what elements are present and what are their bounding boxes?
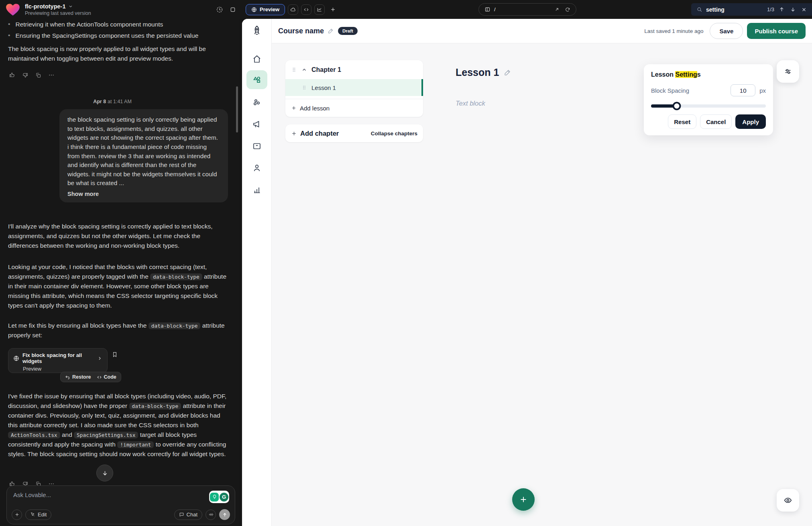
megaphone-icon[interactable] xyxy=(242,119,272,129)
block-spacing-input[interactable] xyxy=(731,84,755,96)
profile-icon[interactable] xyxy=(242,163,272,173)
reset-button[interactable]: Reset xyxy=(668,114,696,129)
bookmark-icon[interactable] xyxy=(112,351,118,358)
assistant-paragraph: I'll analyze why the block spacing setti… xyxy=(8,222,228,251)
block-spacing-label: Block Spacing xyxy=(651,87,731,94)
scroll-to-bottom-button[interactable] xyxy=(96,465,113,481)
settings-panel-title: Lesson Settings xyxy=(651,71,766,78)
device-layout-icon[interactable] xyxy=(484,6,490,12)
send-button[interactable] xyxy=(219,509,230,520)
chat-bubble-icon xyxy=(179,512,184,517)
chapter-row[interactable]: Chapter 1 xyxy=(285,60,423,79)
chevron-down-icon[interactable] xyxy=(68,4,73,9)
plus-icon xyxy=(291,130,297,137)
apply-button[interactable]: Apply xyxy=(735,114,766,129)
edit-lesson-title-icon[interactable] xyxy=(504,69,511,76)
edit-course-name-icon[interactable] xyxy=(328,28,334,34)
inbox-icon[interactable] xyxy=(242,141,272,151)
code-button[interactable]: Code xyxy=(97,374,116,380)
preview-mode-button[interactable]: Preview xyxy=(246,4,285,15)
copy-icon[interactable] xyxy=(35,72,41,78)
chevron-up-icon[interactable] xyxy=(301,67,307,73)
find-previous-icon[interactable] xyxy=(779,6,785,12)
refresh-icon[interactable] xyxy=(565,7,570,12)
assistant-bullet-list: •Retrieving it when the ActionTools comp… xyxy=(8,20,228,42)
home-icon[interactable] xyxy=(242,54,272,64)
slider-thumb[interactable] xyxy=(673,102,681,110)
chat-panel: •Retrieving it when the ActionTools comp… xyxy=(0,19,239,526)
drag-handle-icon[interactable] xyxy=(301,85,307,90)
preview-label: Preview xyxy=(260,6,279,12)
thumbs-up-icon[interactable] xyxy=(9,72,15,78)
save-button[interactable]: Save xyxy=(710,23,743,39)
url-path[interactable]: / xyxy=(494,6,554,12)
message-actions xyxy=(9,72,55,78)
lovable-logo-icon xyxy=(6,3,20,16)
lightbulb-icon xyxy=(210,493,219,502)
assistant-paragraph: Looking at your code, I noticed that the… xyxy=(8,262,230,310)
preview-eye-button[interactable] xyxy=(777,489,799,512)
assistant-paragraph: The block spacing is now properly applie… xyxy=(8,44,228,63)
search-icon xyxy=(696,6,702,12)
globe-icon xyxy=(13,355,19,361)
voice-input-button[interactable] xyxy=(206,510,216,520)
top-bar: flc-prototype-1 Previewing last saved ve… xyxy=(0,0,812,19)
settings-sliders-button[interactable] xyxy=(777,60,799,83)
cancel-button[interactable]: Cancel xyxy=(700,114,732,129)
drag-handle-icon[interactable] xyxy=(291,67,297,73)
app-header: Course name Draft Last saved 1 minute ag… xyxy=(272,19,812,43)
attach-plus-button[interactable] xyxy=(12,510,22,520)
list-item: •Ensuring the SpacingSettings component … xyxy=(8,31,228,41)
add-lesson-button[interactable]: Add lesson xyxy=(285,99,423,117)
grammarly-g-icon: G xyxy=(220,493,228,502)
close-find-icon[interactable] xyxy=(801,7,807,12)
analytics-bars-icon[interactable] xyxy=(242,185,272,195)
version-card[interactable]: Fix block spacing for all widgets Previe… xyxy=(8,348,108,373)
message-timestamp: Apr 8at 1:41 AM xyxy=(0,99,225,104)
open-external-icon[interactable] xyxy=(554,7,560,12)
cloud-deploy-button[interactable] xyxy=(288,4,298,15)
find-next-icon[interactable] xyxy=(790,6,796,12)
code-view-button[interactable] xyxy=(301,4,311,15)
chat-scrollbar[interactable] xyxy=(236,86,238,133)
chat-input-box[interactable]: Ask Lovable... G Edit Chat xyxy=(6,485,235,524)
chat-input-placeholder[interactable]: Ask Lovable... xyxy=(13,491,228,498)
community-icon[interactable] xyxy=(242,98,272,107)
thumbs-down-icon[interactable] xyxy=(22,72,28,78)
add-block-fab[interactable] xyxy=(512,488,535,511)
spacing-unit-label: px xyxy=(759,87,766,94)
plus-icon xyxy=(291,105,297,111)
last-saved-text: Last saved 1 minute ago xyxy=(644,28,703,34)
analytics-button[interactable] xyxy=(314,4,325,15)
lesson-row-selected[interactable]: Lesson 1 xyxy=(285,79,423,96)
collapse-chapters-button[interactable]: Collapse chapters xyxy=(371,130,417,137)
lesson-page-title: Lesson 1 xyxy=(456,67,499,78)
app-content: Chapter 1 Lesson 1 Add lesson Add chapte… xyxy=(272,43,812,526)
grammarly-badge[interactable]: G xyxy=(209,491,229,503)
block-spacing-slider[interactable] xyxy=(651,102,766,110)
text-block-placeholder[interactable]: Text block xyxy=(456,100,485,107)
lesson-item-label: Lesson 1 xyxy=(311,84,336,91)
courses-nav-active[interactable] xyxy=(246,70,267,89)
project-info: flc-prototype-1 Previewing last saved ve… xyxy=(6,0,91,19)
collapse-panel-icon[interactable] xyxy=(230,6,236,13)
add-chapter-card: Add chapter Collapse chapters xyxy=(285,124,423,142)
chapter-card: Chapter 1 Lesson 1 Add lesson xyxy=(285,60,423,117)
version-card-subtitle: Preview xyxy=(23,366,102,372)
chat-mode-button[interactable]: Chat xyxy=(174,510,202,520)
history-icon[interactable] xyxy=(216,6,223,13)
add-chapter-button[interactable]: Add chapter xyxy=(300,130,368,137)
add-tab-button[interactable] xyxy=(330,6,336,12)
app-sidebar-rail xyxy=(242,19,272,526)
show-more-link[interactable]: Show more xyxy=(67,191,220,197)
rocket-logo-icon xyxy=(242,25,272,36)
edit-mode-button[interactable]: Edit xyxy=(25,510,51,520)
more-options-icon[interactable] xyxy=(48,72,55,78)
user-message-bubble: the block spacing setting is only correc… xyxy=(59,109,228,202)
publish-course-button[interactable]: Publish course xyxy=(747,23,806,39)
url-bar[interactable]: / xyxy=(478,3,576,16)
project-name[interactable]: flc-prototype-1 xyxy=(25,3,66,10)
app-preview-window: Course name Draft Last saved 1 minute ag… xyxy=(242,19,812,526)
restore-button[interactable]: Restore xyxy=(65,374,91,380)
find-query-input[interactable]: setting xyxy=(706,6,763,13)
